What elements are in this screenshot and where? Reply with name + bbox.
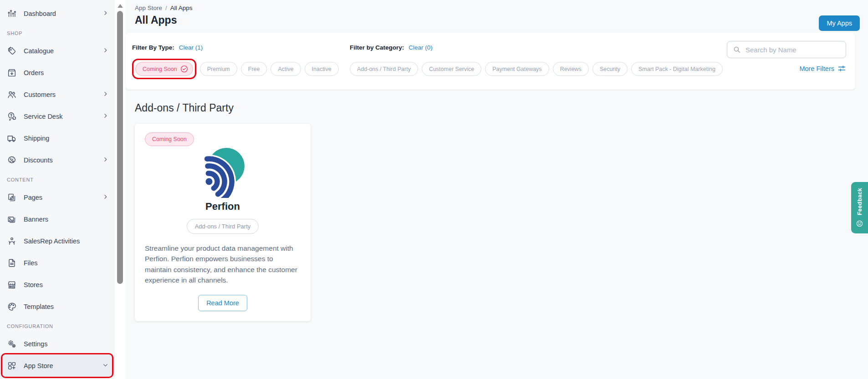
chevron-right-icon bbox=[102, 113, 108, 120]
breadcrumb-separator: / bbox=[165, 5, 167, 11]
filter-chip-premium[interactable]: Premium bbox=[200, 62, 237, 76]
sidebar-item-stores[interactable]: Stores bbox=[0, 274, 115, 296]
filter-chip-smart-pack-digital-marketing[interactable]: Smart Pack - Digital Marketing bbox=[631, 62, 723, 76]
read-more-button[interactable]: Read More bbox=[198, 295, 247, 311]
filter-type-label: Filter By Type: bbox=[132, 44, 174, 51]
sidebar-section-shop: SHOP bbox=[0, 25, 115, 40]
sidebar: Dashboard SHOP Catalogue Orders Customer… bbox=[0, 0, 115, 379]
sidebar-item-label: SalesRep Activities bbox=[24, 238, 108, 245]
feedback-tab[interactable]: Feedback bbox=[851, 182, 868, 233]
perfion-logo bbox=[145, 147, 301, 199]
more-filters-label: More Filters bbox=[799, 65, 834, 72]
app-name: Perfion bbox=[145, 201, 301, 212]
chevron-right-icon bbox=[102, 47, 108, 55]
sidebar-item-label: Stores bbox=[24, 281, 108, 288]
filter-chip-security[interactable]: Security bbox=[592, 62, 628, 76]
more-filters-link[interactable]: More Filters bbox=[727, 64, 846, 73]
filter-type-clear-link[interactable]: Clear (1) bbox=[179, 44, 203, 51]
sidebar-item-files[interactable]: Files bbox=[0, 252, 115, 274]
main-content: App Store/All Apps All Apps My Apps Filt… bbox=[126, 0, 868, 379]
files-icon bbox=[7, 258, 17, 268]
chevron-down-icon bbox=[102, 362, 108, 369]
breadcrumb-all-apps: All Apps bbox=[170, 5, 193, 11]
salesrep-icon bbox=[7, 236, 17, 246]
sidebar-item-label: Service Desk bbox=[24, 113, 96, 120]
my-apps-button[interactable]: My Apps bbox=[819, 15, 860, 31]
image-stack-icon bbox=[7, 214, 17, 224]
search-icon bbox=[733, 45, 741, 54]
sidebar-item-service-desk[interactable]: Service Desk bbox=[0, 106, 115, 127]
sidebar-item-label: App Store bbox=[24, 362, 96, 369]
sidebar-item-label: Catalogue bbox=[24, 47, 96, 55]
filter-chip-active[interactable]: Active bbox=[271, 62, 301, 76]
palette-icon bbox=[7, 302, 17, 312]
sidebar-section-content: CONTENT bbox=[0, 171, 115, 187]
discount-badge-icon bbox=[7, 155, 17, 165]
storefront-icon bbox=[7, 280, 17, 290]
scrollbar-thumb[interactable] bbox=[117, 11, 123, 284]
sidebar-item-app-store[interactable]: App Store bbox=[0, 355, 115, 377]
sidebar-item-dashboard[interactable]: Dashboard bbox=[0, 3, 115, 25]
search-input[interactable] bbox=[745, 45, 840, 54]
coming-soon-badge: Coming Soon bbox=[145, 132, 194, 146]
chevron-right-icon bbox=[102, 194, 108, 201]
sidebar-scrollbar bbox=[115, 0, 126, 379]
scrollbar-up-arrow-icon[interactable] bbox=[117, 4, 123, 8]
app-description: Streamline your product data management … bbox=[145, 243, 301, 285]
filter-chip-coming-soon[interactable]: Coming Soon bbox=[135, 62, 193, 76]
sidebar-item-label: Orders bbox=[24, 69, 108, 76]
order-box-icon bbox=[7, 68, 17, 78]
app-card-perfion: Coming Soon Perfion Add-ons / Th bbox=[135, 124, 311, 321]
gear-icon bbox=[7, 339, 17, 349]
pages-icon bbox=[7, 192, 17, 202]
check-circle-icon bbox=[180, 65, 188, 73]
section-heading: Add-ons / Third Party bbox=[135, 102, 868, 114]
sidebar-item-catalogue[interactable]: Catalogue bbox=[0, 40, 115, 62]
sidebar-item-salesrep-activities[interactable]: SalesRep Activities bbox=[0, 230, 115, 252]
app-category-chip: Add-ons / Third Party bbox=[187, 219, 259, 234]
sidebar-item-label: Customers bbox=[24, 91, 96, 98]
chevron-right-icon bbox=[102, 91, 108, 98]
breadcrumb-app-store[interactable]: App Store bbox=[135, 5, 162, 11]
search-box bbox=[727, 41, 846, 58]
sidebar-section-configuration: CONFIGURATION bbox=[0, 318, 115, 333]
filter-chip-free[interactable]: Free bbox=[241, 62, 267, 76]
smiley-icon bbox=[856, 220, 863, 227]
sidebar-item-label: Discounts bbox=[24, 157, 96, 164]
sidebar-item-templates[interactable]: Templates bbox=[0, 296, 115, 318]
chip-label: Coming Soon bbox=[143, 66, 177, 72]
sidebar-item-label: Banners bbox=[24, 216, 108, 223]
sidebar-item-shipping[interactable]: Shipping bbox=[0, 127, 115, 149]
sidebar-item-label: Files bbox=[24, 259, 108, 267]
chevron-right-icon bbox=[102, 157, 108, 164]
sidebar-item-banners[interactable]: Banners bbox=[0, 208, 115, 230]
filter-category-label: Filter by Category: bbox=[350, 44, 404, 51]
tags-icon bbox=[7, 46, 17, 56]
feedback-label: Feedback bbox=[857, 188, 863, 215]
filter-chip-addons-third-party[interactable]: Add-ons / Third Party bbox=[350, 62, 418, 76]
filter-chip-inactive[interactable]: Inactive bbox=[305, 62, 339, 76]
customers-icon bbox=[7, 90, 17, 100]
breadcrumb: App Store/All Apps bbox=[135, 5, 868, 11]
filter-chip-reviews[interactable]: Reviews bbox=[553, 62, 589, 76]
filter-chip-customer-service[interactable]: Customer Service bbox=[422, 62, 481, 76]
help-bubble-icon bbox=[7, 111, 17, 121]
filter-panel: Filter By Type: Clear (1) Coming Soon Pr… bbox=[126, 33, 855, 90]
page-title: All Apps bbox=[135, 14, 868, 26]
sidebar-item-settings[interactable]: Settings bbox=[0, 333, 115, 355]
sidebar-item-label: Dashboard bbox=[24, 10, 96, 17]
sidebar-item-pages[interactable]: Pages bbox=[0, 187, 115, 208]
sidebar-item-discounts[interactable]: Discounts bbox=[0, 149, 115, 171]
sidebar-item-customers[interactable]: Customers bbox=[0, 84, 115, 106]
filter-group-type: Filter By Type: Clear (1) Coming Soon Pr… bbox=[132, 44, 350, 76]
sidebar-item-label: Shipping bbox=[24, 135, 108, 142]
sliders-icon bbox=[837, 64, 846, 73]
sidebar-item-label: Pages bbox=[24, 194, 96, 201]
app-store-grid-icon bbox=[7, 361, 17, 371]
filter-group-category: Filter by Category: Clear (0) Add-ons / … bbox=[350, 44, 727, 76]
filter-category-clear-link[interactable]: Clear (0) bbox=[408, 44, 433, 51]
truck-icon bbox=[7, 133, 17, 143]
dashboard-icon bbox=[7, 9, 17, 19]
sidebar-item-orders[interactable]: Orders bbox=[0, 62, 115, 84]
filter-chip-payment-gateways[interactable]: Payment Gateways bbox=[485, 62, 549, 76]
